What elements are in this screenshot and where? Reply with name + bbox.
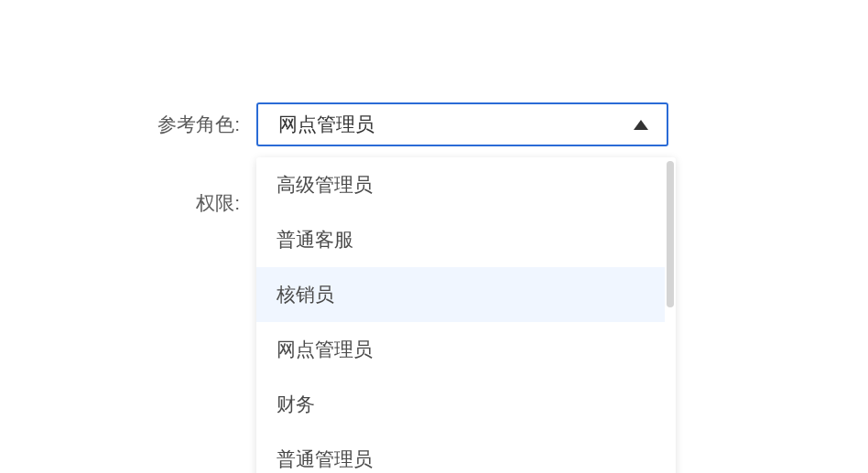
role-select-wrapper: 网点管理员 高级管理员 普通客服 核销员 网点管理员 财务 普通管理员: [256, 102, 668, 146]
dropdown-option[interactable]: 网点管理员: [256, 322, 665, 377]
role-label: 参考角色:: [0, 102, 256, 146]
role-dropdown-list: 高级管理员 普通客服 核销员 网点管理员 财务 普通管理员: [256, 157, 665, 473]
dropdown-option[interactable]: 核销员: [256, 267, 665, 322]
dropdown-option[interactable]: 财务: [256, 377, 665, 432]
role-select[interactable]: 网点管理员: [256, 102, 668, 146]
role-select-value: 网点管理员: [278, 112, 374, 137]
role-row: 参考角色: 网点管理员 高级管理员 普通客服 核销员 网点管理员 财务 普通管理…: [0, 102, 668, 146]
dropdown-option[interactable]: 普通管理员: [256, 432, 665, 473]
dropdown-option[interactable]: 高级管理员: [256, 157, 665, 212]
scrollbar-thumb[interactable]: [667, 161, 674, 307]
role-dropdown: 高级管理员 普通客服 核销员 网点管理员 财务 普通管理员: [256, 157, 676, 473]
dropdown-scrollbar[interactable]: [665, 157, 676, 473]
dropdown-option[interactable]: 普通客服: [256, 212, 665, 267]
permission-label: 权限:: [0, 181, 256, 225]
caret-up-icon: [634, 120, 648, 130]
